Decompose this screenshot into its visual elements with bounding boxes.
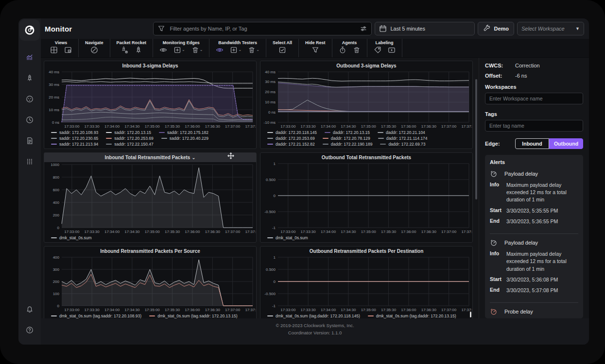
legend-item[interactable]: daddr: 172.20.118.145	[267, 130, 317, 135]
plus-box-button[interactable]: ⌄	[230, 46, 242, 54]
demo-button[interactable]: Demo	[478, 22, 514, 35]
rocket-button[interactable]	[135, 46, 142, 54]
eye-button[interactable]	[159, 46, 167, 54]
grid-view-button[interactable]	[50, 46, 58, 54]
legend-item[interactable]: daddr: 172.22.69.73	[380, 142, 425, 147]
sidebar-item-help[interactable]	[24, 324, 35, 336]
legend-item[interactable]: saddr: 172.22.150.47	[106, 142, 153, 147]
legend-item[interactable]: saddr: 172.20.40.229	[161, 136, 208, 141]
panel-view-icon	[64, 46, 72, 54]
funnel-button[interactable]	[311, 46, 319, 54]
workspace-select[interactable]: Select Workspace ▼	[517, 22, 584, 35]
alert-item[interactable]: Probe delayInfo90%ile network delay	[490, 308, 578, 318]
trash-button[interactable]	[353, 46, 361, 54]
plus-box-button[interactable]: ⌄	[173, 46, 185, 54]
legend-item[interactable]: daddr: 172.21.114.174	[378, 136, 428, 141]
chart-plot[interactable]: -10 ms0 ns10 ms20 ms30 ms40 ms17:33:0017…	[260, 69, 472, 129]
svg-text:40 ms: 40 ms	[49, 70, 59, 74]
tag-button[interactable]	[374, 46, 381, 54]
dashboard-scrollbar[interactable]	[475, 79, 477, 199]
eye-button[interactable]	[216, 46, 224, 54]
legend-item[interactable]: saddr: 172.20.230.65	[51, 136, 98, 141]
trash-icon	[248, 46, 256, 54]
alert-field-label: Info	[490, 250, 506, 273]
trash-button[interactable]: ⌄	[248, 46, 259, 54]
sidebar-item-rocket[interactable]	[24, 72, 35, 84]
alert-item[interactable]: Payload delayInfoMaximum payload delay e…	[490, 239, 578, 303]
edge-outbound-button[interactable]: Outbound	[549, 138, 583, 149]
sidebar-item-dots-grid[interactable]	[24, 156, 35, 167]
offset-label: Offset:	[485, 73, 515, 79]
sliders-icon[interactable]	[360, 25, 367, 33]
legend-item[interactable]: daddr: 172.20.13.15	[325, 130, 370, 135]
alert-item[interactable]: Payload delayInfoMaximum payload delay e…	[490, 170, 578, 234]
chart-title[interactable]: Inbound Total Retransmitted Packets ⌄	[44, 153, 256, 162]
legend-item[interactable]: saddr: 172.20.13.15	[106, 130, 151, 135]
alerts-title: Alerts	[490, 159, 578, 165]
legend-item[interactable]: dmk_stat_0s.sum (tag.saddr: 172.20.13.15…	[149, 314, 237, 318]
svg-text:-1: -1	[272, 304, 276, 308]
plus-box-icon	[230, 46, 238, 54]
legend-item[interactable]: dmk_stat_0s.sum (tag.daddr: 172.20.118.1…	[267, 314, 360, 318]
time-range-picker[interactable]: Last 5 minutes	[375, 22, 475, 35]
panel-view-button[interactable]	[64, 46, 72, 54]
trash-icon	[353, 46, 361, 54]
svg-text:17:33:00: 17:33:00	[280, 308, 296, 312]
legend-item[interactable]: daddr: 172.22.190.189	[323, 142, 373, 147]
chevron-down-icon: ⌄	[238, 48, 242, 52]
svg-text:17:36:30: 17:36:30	[421, 230, 437, 234]
legend-item[interactable]: dmk_stat_0s.sum	[267, 235, 308, 240]
svg-text:30 ms: 30 ms	[265, 80, 276, 84]
compass-button[interactable]	[90, 46, 98, 54]
footer: © 2019-2023 Clockwork Systems, Inc. Coor…	[41, 318, 589, 345]
legend-item[interactable]: daddr: 172.21.152.82	[267, 142, 315, 147]
chart-plot[interactable]: 0 ns10 ms20 ms30 ms40 ms17:33:0017:33:30…	[44, 69, 256, 129]
plus-box-icon	[173, 46, 181, 54]
stopwatch-button[interactable]	[339, 46, 346, 54]
legend-item[interactable]: saddr: 172.20.175.182	[159, 130, 208, 135]
agent-filter-input[interactable]	[169, 25, 356, 32]
svg-text:17:36:00: 17:36:00	[185, 124, 200, 129]
chart-plot[interactable]: 010020030040017:33:0017:33:3017:34:0017:…	[44, 255, 256, 313]
svg-text:17:36:00: 17:36:00	[185, 230, 200, 234]
sidebar-item-chart-line[interactable]	[24, 51, 35, 63]
trash-button[interactable]: ⌄	[191, 46, 203, 54]
svg-text:17:37:30: 17:37:30	[245, 230, 256, 234]
svg-text:17:37:30: 17:37:30	[461, 124, 472, 129]
sidebar-item-face[interactable]	[24, 93, 35, 105]
eye-icon	[216, 46, 224, 54]
legend-item[interactable]: daddr: 172.20.78.129	[323, 136, 370, 141]
legend-item[interactable]: dmk_stat_0s.sum (tag.daddr: 172.20.13.15…	[368, 314, 456, 318]
svg-text:17:36:00: 17:36:00	[401, 230, 416, 234]
svg-text:17:35:30: 17:35:30	[165, 124, 180, 129]
legend-item[interactable]: saddr: 172.21.213.94	[51, 142, 98, 147]
legend-item[interactable]: daddr: 172.20.253.69	[267, 136, 315, 141]
chart-title: Outbound Retransmitted Packets Per Desti…	[260, 247, 472, 255]
legend-item[interactable]: saddr: 172.20.253.69	[106, 136, 153, 141]
sidebar-item-document[interactable]	[24, 135, 35, 147]
svg-text:600: 600	[53, 188, 60, 192]
workspace-name-input[interactable]	[485, 93, 583, 104]
folder-play-button[interactable]	[388, 46, 396, 54]
legend-scrollbar[interactable]	[470, 312, 471, 317]
sidebar-item-clock[interactable]	[24, 114, 35, 126]
legend-item[interactable]: dmk_stat_0s.sum (tag.saddr: 172.20.108.9…	[51, 314, 141, 318]
right-panel: CWCS:Correction Offset:-6 ns Workspaces …	[479, 58, 589, 318]
legend-item[interactable]: daddr: 172.20.21.104	[378, 130, 425, 135]
edge-inbound-button[interactable]: Inbound	[515, 138, 549, 149]
legend-item[interactable]: saddr: 172.20.108.93	[51, 130, 98, 135]
checkbox-button[interactable]	[278, 46, 286, 54]
chart-plot[interactable]: 0200400600800100017:33:0017:33:3017:34:0…	[44, 162, 256, 234]
sidebar-item-bell[interactable]	[24, 304, 35, 315]
clockwork-logo[interactable]	[19, 19, 40, 41]
chart-plot[interactable]: -1-0.50000.500117:33:0017:33:3017:34:001…	[260, 161, 472, 234]
alert-field-label: Info	[490, 182, 506, 204]
svg-text:17:35:00: 17:35:00	[145, 308, 160, 312]
tag-name-input[interactable]	[485, 120, 583, 132]
toolbar-group-label: Views	[55, 40, 67, 45]
rocket-gear-button[interactable]	[121, 46, 128, 54]
legend-item[interactable]: dmk_stat_0s.sum	[51, 235, 92, 240]
svg-text:17:34:30: 17:34:30	[341, 230, 356, 234]
edge-label: Edge:	[485, 141, 515, 147]
chart-plot[interactable]: -1-0.50000.500117:33:0017:33:3017:34:001…	[260, 255, 472, 313]
